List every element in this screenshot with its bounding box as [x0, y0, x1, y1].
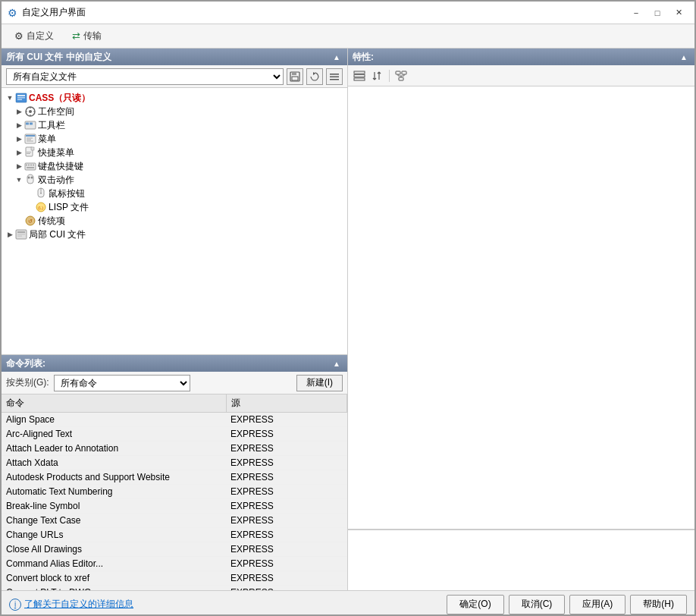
keyboard-label: 键盘快捷键: [38, 160, 83, 173]
cmd-name-cell: Attach Xdata: [2, 456, 226, 470]
minimize-button[interactable]: −: [626, 5, 646, 20]
expand-keyboard[interactable]: ▶: [14, 161, 24, 171]
lisp-label: LISP 文件: [49, 201, 89, 214]
svg-rect-43: [354, 71, 365, 74]
properties-toolbar: [348, 65, 694, 86]
tree-item-lisp[interactable]: ▶ (L) LISP 文件: [3, 200, 346, 214]
table-row[interactable]: Close All DrawingsEXPRESS: [2, 542, 347, 557]
commands-section-title: 命令列表:: [6, 357, 45, 370]
svg-rect-28: [30, 165, 32, 166]
cmd-source-cell: EXPRESS: [226, 485, 346, 499]
tree-item-cass[interactable]: ▼ CASS（只读）: [3, 91, 346, 105]
svg-rect-26: [26, 165, 27, 166]
close-button[interactable]: ✕: [669, 5, 688, 20]
expand-partialcui[interactable]: ▶: [5, 229, 15, 240]
table-row[interactable]: Change Text CaseEXPRESS: [2, 514, 347, 528]
command-category-dropdown[interactable]: 所有命令: [54, 375, 190, 391]
main-toolbar: ⚙ 自定义 ⇄ 传输: [2, 24, 694, 49]
filter-label: 按类别(G):: [6, 376, 49, 389]
help-button[interactable]: 帮助(H): [630, 595, 687, 614]
info-link[interactable]: i 了解关于自定义的详细信息: [9, 598, 133, 611]
commands-filter-row: 按类别(G): 所有命令 新建(I): [2, 372, 347, 394]
tree-item-legacy[interactable]: ▶ ↺ 传统项: [3, 214, 346, 228]
svg-rect-27: [28, 165, 30, 166]
svg-rect-4: [330, 74, 339, 75]
reload-cui-button[interactable]: [306, 68, 323, 85]
cui-tree-panel[interactable]: ▼ CASS（只读） ▶: [2, 88, 347, 355]
commands-section: 命令列表: ▲ 按类别(G): 所有命令 新建(I) 命令 源: [2, 355, 347, 590]
table-row[interactable]: Break-line SymbolEXPRESS: [2, 499, 347, 514]
svg-text:↺: ↺: [28, 218, 33, 224]
customize-tab-button[interactable]: ⚙ 自定义: [6, 27, 62, 46]
cmd-name-cell: Align Space: [2, 413, 226, 427]
command-list-area: 命令 源 Align SpaceEXPRESSArc-Aligned TextE…: [2, 394, 347, 590]
left-panel: 所有 CUI 文件 中的自定义 ▲ 所有自定义文件: [2, 49, 348, 590]
cui-files-dropdown[interactable]: 所有自定义文件: [6, 68, 284, 85]
section-header-controls: ▲: [331, 51, 343, 63]
reload-icon: [309, 71, 320, 82]
tree-item-shortcut[interactable]: ▶ 快捷菜单: [3, 146, 346, 159]
table-row[interactable]: Attach Leader to AnnotationEXPRESS: [2, 442, 347, 456]
properties-section-title: 特性:: [353, 51, 374, 64]
transfer-label: 传输: [83, 30, 102, 42]
info-icon: i: [9, 599, 21, 611]
transfer-tab-button[interactable]: ⇄ 传输: [64, 27, 110, 46]
cmd-source-cell: EXPRESS: [226, 470, 346, 485]
cmd-name-cell: Convert block to xref: [2, 571, 226, 586]
apply-button[interactable]: 应用(A): [569, 595, 625, 614]
svg-rect-15: [30, 123, 33, 125]
cmd-name-cell: Attach Leader to Annotation: [2, 442, 226, 456]
expand-workspace[interactable]: ▶: [14, 106, 24, 117]
tree-item-mousebutton[interactable]: ▶ 鼠标按钮: [3, 187, 346, 200]
menu-icon: [24, 133, 36, 145]
props-tree-view-button[interactable]: [393, 68, 409, 83]
options-cui-button[interactable]: [326, 68, 343, 85]
new-command-button[interactable]: 新建(I): [296, 375, 343, 391]
tree-item-keyboard[interactable]: ▶ 键盘快捷键: [3, 159, 346, 173]
props-list-view-button[interactable]: [351, 68, 368, 83]
tree-item-menu[interactable]: ▶ 菜单: [3, 132, 346, 146]
table-row[interactable]: Convert PLT to DWGEXPRESS: [2, 586, 347, 591]
table-row[interactable]: Convert block to xrefEXPRESS: [2, 571, 347, 586]
maximize-button[interactable]: □: [647, 5, 667, 20]
table-row[interactable]: Attach XdataEXPRESS: [2, 456, 347, 470]
properties-collapse-button[interactable]: ▲: [678, 51, 690, 63]
tree-view-icon: [395, 71, 407, 81]
tree-item-doubleclick[interactable]: ▼ 双击动作: [3, 173, 346, 187]
table-row[interactable]: Autodesk Products and Support WebsiteEXP…: [2, 470, 347, 485]
doubleclick-label: 双击动作: [38, 174, 74, 187]
expand-toolbar2[interactable]: ▶: [14, 120, 24, 130]
cmd-name-cell: Break-line Symbol: [2, 499, 226, 514]
table-row[interactable]: Align SpaceEXPRESS: [2, 413, 347, 427]
toolbar-icon: [24, 119, 36, 131]
props-sort-button[interactable]: [369, 68, 386, 83]
commands-collapse-button[interactable]: ▲: [331, 357, 343, 369]
shortcut-icon: [24, 146, 36, 159]
table-row[interactable]: Arc-Aligned TextEXPRESS: [2, 427, 347, 442]
command-list-container[interactable]: 命令 源 Align SpaceEXPRESSArc-Aligned TextE…: [2, 394, 347, 590]
right-panel: 特性: ▲: [348, 49, 694, 590]
cancel-button[interactable]: 取消(C): [509, 595, 566, 614]
expand-shortcut[interactable]: ▶: [14, 147, 24, 158]
svg-point-12: [29, 110, 32, 113]
cui-collapse-button[interactable]: ▲: [331, 51, 343, 63]
svg-rect-17: [26, 135, 35, 137]
main-layout: 所有 CUI 文件 中的自定义 ▲ 所有自定义文件: [2, 49, 694, 590]
expand-cass[interactable]: ▼: [5, 93, 15, 103]
status-bar: i 了解关于自定义的详细信息 确定(O) 取消(C) 应用(A) 帮助(H): [2, 590, 694, 616]
table-row[interactable]: Automatic Text NumberingEXPRESS: [2, 485, 347, 499]
legacy-label: 传统项: [38, 215, 65, 228]
svg-rect-18: [27, 138, 33, 139]
tree-item-partialcui[interactable]: ▶ 局部 CUI 文件: [3, 228, 346, 241]
tree-item-toolbar[interactable]: ▶ 工具栏: [3, 118, 346, 132]
legacy-icon: ↺: [24, 215, 36, 227]
expand-doubleclick[interactable]: ▼: [14, 174, 24, 185]
cmd-source-cell: EXPRESS: [226, 427, 346, 442]
ok-button[interactable]: 确定(O): [447, 595, 503, 614]
tree-item-workspace[interactable]: ▶ 工作空间: [3, 105, 346, 118]
save-cui-button[interactable]: [287, 68, 303, 85]
table-row[interactable]: Command Alias Editor...EXPRESS: [2, 557, 347, 571]
expand-menu[interactable]: ▶: [14, 134, 24, 144]
cmd-source-cell: EXPRESS: [226, 528, 346, 542]
table-row[interactable]: Change URLsEXPRESS: [2, 528, 347, 542]
